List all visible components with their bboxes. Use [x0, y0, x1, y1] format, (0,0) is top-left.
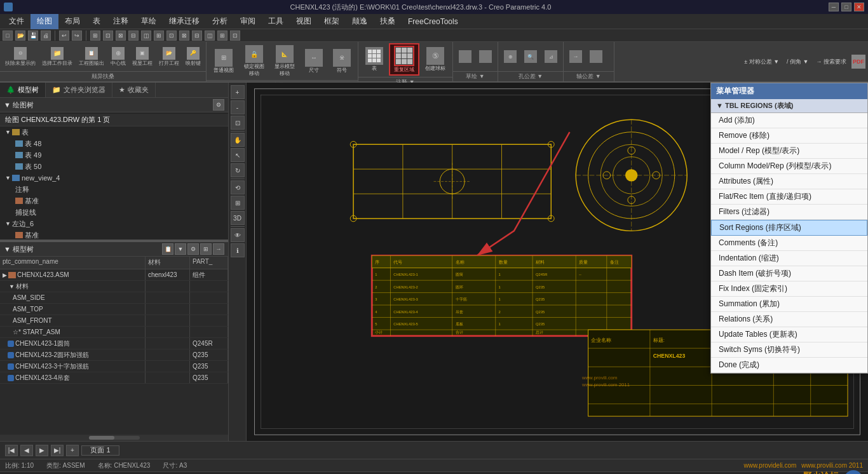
tree-item-leftedge6[interactable]: ▼ 左边_6 — [0, 218, 228, 229]
toolbar-btn-centerline[interactable]: ⊕ 中心线 — [108, 46, 128, 68]
toolbar-dim3[interactable]: ⊿ — [541, 49, 560, 64]
close-button[interactable]: ✕ — [854, 3, 864, 11]
menu-fusang[interactable]: 扶桑 — [374, 14, 402, 29]
mt-row-material[interactable]: ▼ 材料 — [0, 281, 228, 292]
nav-first[interactable]: |◀ — [5, 445, 18, 456]
cm-item-relations[interactable]: Relations (关系) — [711, 312, 867, 327]
toolbar-btn-select-dir[interactable]: 📁 选择工作目录 — [39, 46, 75, 68]
nav-next[interactable]: ▶ — [36, 445, 48, 456]
toolbar-btn-lock-view[interactable]: 🔒 锁定视图移动 — [240, 43, 269, 79]
draw-zoom-fit[interactable]: ⊡ — [231, 116, 245, 130]
tree-item-table50[interactable]: 表 50 — [0, 161, 228, 172]
toolbar-axis2[interactable] — [587, 49, 606, 64]
qa-btn10[interactable]: ◫ — [205, 30, 215, 41]
tree-item-table48[interactable]: 表 48 — [0, 138, 228, 149]
qa-btn5[interactable]: ◫ — [141, 30, 151, 41]
menu-annotation[interactable]: 注释 — [107, 14, 135, 29]
mt-row-asm-front[interactable]: ASM_FRONT — [0, 315, 228, 327]
mt-row-part1[interactable]: CHENXL423-1圆筒 Q245R — [0, 338, 228, 349]
cm-item-model-rep[interactable]: Model / Rep (模型/表示) — [711, 144, 867, 159]
menu-inherit[interactable]: 继承迁移 — [163, 14, 206, 29]
qa-btn12[interactable]: ⊡ — [230, 30, 240, 41]
tab-favorites[interactable]: ★ 收藏夹 — [112, 83, 156, 97]
qa-btn3[interactable]: ⊠ — [116, 30, 126, 41]
tab-model-tree[interactable]: 🌲 模型树 — [0, 83, 46, 97]
qa-btn4[interactable]: ⊟ — [128, 30, 139, 41]
draw-3d[interactable]: 3D — [231, 211, 245, 225]
mt-row-asm-top[interactable]: ASM_TOP — [0, 304, 228, 315]
mt-row-asm[interactable]: ▶ CHENXL423.ASM chenxl423 组件 — [0, 269, 228, 281]
toolbar-search-req[interactable]: → 搜索要求 — [813, 57, 849, 67]
nav-last[interactable]: ▶| — [51, 445, 64, 456]
mt-row-asm-side[interactable]: ASM_SIDE — [0, 292, 228, 304]
toolbar-btn-normal-view[interactable]: ⊞ 普通视图 — [209, 47, 238, 76]
mt-expand-btn[interactable]: ⊞ — [200, 243, 212, 255]
cm-item-attributes[interactable]: Attributes (属性) — [711, 174, 867, 189]
cm-item-comments[interactable]: Comments (备注) — [711, 236, 867, 251]
tree-item-new-view4[interactable]: ▼ new_view_4 — [0, 172, 228, 184]
qa-redo[interactable]: ↪ — [72, 30, 82, 41]
nav-prev[interactable]: ◀ — [20, 445, 33, 456]
toolbar-btn-repeat-region[interactable]: 重复区域 — [389, 43, 419, 76]
tree-item-snap[interactable]: 捕捉线 — [0, 207, 228, 218]
cm-item-done[interactable]: Done (完成) — [711, 358, 867, 373]
toolbar-btn-map-key[interactable]: 🔑 映射键 — [183, 46, 203, 68]
qa-btn1[interactable]: ⊞ — [90, 30, 100, 41]
menu-sketch[interactable]: 草绘 — [135, 14, 163, 29]
toolbar-btn-open-drawing[interactable]: 📂 打开工程 — [156, 46, 182, 68]
draw-repaint[interactable]: ⟲ — [231, 180, 245, 194]
toolbar-dim1[interactable]: ⊕ — [501, 49, 520, 64]
cm-item-sort-regions[interactable]: Sort Regions (排序区域) — [711, 220, 867, 236]
nav-add-page[interactable]: + — [66, 445, 79, 456]
cm-item-summation[interactable]: Summation (累加) — [711, 297, 867, 312]
tab-file-browser[interactable]: 📁 文件夹浏览器 — [46, 83, 112, 97]
qa-new[interactable]: □ — [3, 30, 13, 41]
cm-item-add[interactable]: Add (添加) — [711, 113, 867, 128]
cm-item-filters[interactable]: Filters (过滤器) — [711, 205, 867, 220]
menu-drawing[interactable]: 绘图 — [31, 14, 58, 29]
qa-btn2[interactable]: ⊡ — [103, 30, 113, 41]
mt-row-part3[interactable]: CHENXL423-3十字加强筋 Q235 — [0, 361, 228, 372]
draw-info[interactable]: ℹ — [231, 243, 245, 257]
mt-view-btn[interactable]: 📋 — [162, 243, 173, 255]
toolbar-btn-symbol[interactable]: ※ 符号 — [329, 47, 355, 76]
mt-settings-btn[interactable]: ⚙ — [187, 243, 199, 255]
qa-btn6[interactable]: ⊞ — [154, 30, 164, 41]
mt-row-part2[interactable]: CHENXL423-2圆环加强筋 Q235 — [0, 349, 228, 361]
cm-item-switch-syms[interactable]: Switch Syms (切换符号) — [711, 342, 867, 358]
draw-rotate[interactable]: ↻ — [231, 163, 245, 177]
minimize-button[interactable]: ─ — [829, 3, 839, 11]
toolbar-btn-view-display[interactable]: ▣ 视显工程 — [130, 46, 155, 68]
draw-pan[interactable]: ✋ — [231, 133, 245, 147]
nav-page-input[interactable] — [81, 445, 119, 456]
toolbar-chamfer[interactable]: / 倒角 ▼ — [784, 57, 811, 67]
mt-filter-btn[interactable]: ▼ — [175, 243, 186, 255]
menu-analysis[interactable]: 分析 — [206, 14, 234, 29]
cm-item-indentation[interactable]: Indentation (缩进) — [711, 251, 867, 266]
restore-button[interactable]: □ — [841, 3, 851, 11]
qa-btn8[interactable]: ⊠ — [179, 30, 189, 41]
toolbar-sym-tol[interactable]: ± 对称公差 ▼ — [742, 57, 782, 67]
cm-item-update-tables[interactable]: Update Tables (更新表) — [711, 327, 867, 342]
mt-row-part4[interactable]: CHENXL423-4吊套 Q235 — [0, 372, 228, 384]
toolbar-btn-ballon[interactable]: ⑤ 创建球标 — [421, 45, 450, 74]
menu-file[interactable]: 文件 — [3, 14, 31, 29]
toolbar-btn-dimension[interactable]: ↔ 尺寸 — [301, 47, 327, 76]
qa-undo[interactable]: ↩ — [59, 30, 69, 41]
toolbar-pdf-icon[interactable]: PDF — [851, 55, 865, 69]
cm-item-fix-index[interactable]: Fix Index (固定索引) — [711, 281, 867, 297]
tree-item-datum1[interactable]: 基准 — [0, 195, 228, 207]
toolbar-btn-drawing-output[interactable]: 📋 工程图输出 — [76, 46, 107, 68]
cm-item-col-model-rep[interactable]: Column Model/Rep (列模型/表示) — [711, 159, 867, 174]
menu-freecreotool[interactable]: FreeCreoTools — [402, 14, 465, 29]
cm-item-remove[interactable]: Remove (移除) — [711, 128, 867, 144]
toolbar-sketch1[interactable] — [456, 49, 475, 64]
menu-tools[interactable]: 工具 — [262, 14, 290, 29]
qa-btn9[interactable]: ⊟ — [192, 30, 202, 41]
menu-dianyi[interactable]: 颠逸 — [346, 14, 374, 29]
draw-zoom-out[interactable]: - — [231, 100, 245, 114]
toolbar-axis1[interactable]: → — [566, 49, 585, 64]
forum-logo-circle[interactable]: 野火 — [844, 470, 863, 475]
toolbar-dim2[interactable]: 🔍 — [521, 49, 540, 64]
tree-item-annotation[interactable]: 注释 — [0, 184, 228, 195]
